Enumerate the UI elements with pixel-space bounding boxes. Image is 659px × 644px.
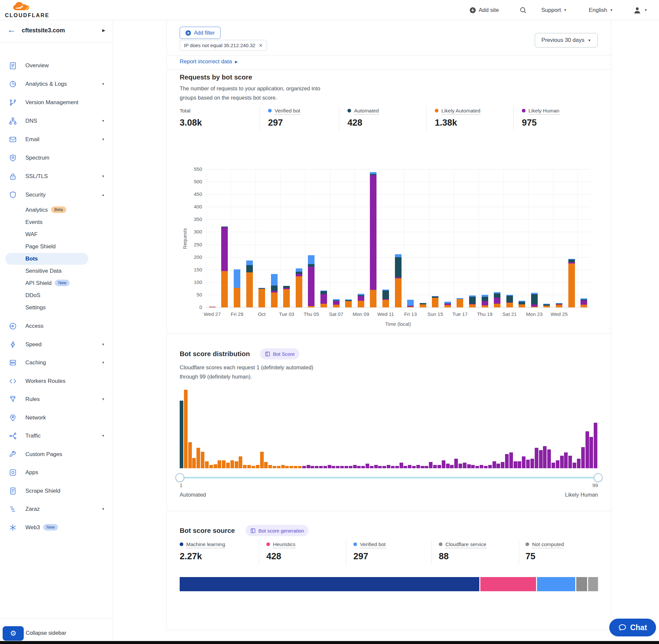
legend-dot-icon xyxy=(180,543,183,546)
stacked-bar-segment xyxy=(308,306,314,307)
sidebar-item-spectrum[interactable]: Spectrum xyxy=(0,152,113,164)
stacked-bar-segment xyxy=(507,302,513,303)
histogram-bar xyxy=(298,466,302,468)
histogram-bar xyxy=(425,466,428,468)
site-switcher-caret-icon[interactable]: ▶ xyxy=(102,28,105,33)
sidebar-item-settings[interactable]: Settings xyxy=(0,302,113,314)
sidebar-item-scrape-shield[interactable]: Scrape Shield xyxy=(0,485,113,497)
sidebar-item-analytics[interactable]: AnalyticsBeta xyxy=(0,204,113,216)
brand-wordmark[interactable]: CLOUDFLARE xyxy=(5,13,49,19)
chat-button[interactable]: Chat xyxy=(609,619,656,637)
stacked-bar-segment xyxy=(456,298,463,299)
sidebar-item-custom-pages[interactable]: Custom Pages xyxy=(0,448,113,460)
sidebar-item-rules[interactable]: Rules▼ xyxy=(0,393,113,405)
gridline xyxy=(206,169,590,169)
histogram-bar xyxy=(446,464,450,468)
filter-chip[interactable]: IP does not equal 35.212.240.32 ✕ xyxy=(180,40,267,51)
close-icon[interactable]: ✕ xyxy=(259,43,263,48)
distribution-desc-line2: through 99 (definitely human). xyxy=(180,374,252,380)
support-menu[interactable]: Support ▼ xyxy=(541,0,567,20)
score-slider-handle-min[interactable] xyxy=(175,473,184,482)
language-label: English xyxy=(589,7,607,14)
stacked-bar-segment xyxy=(543,306,550,307)
sidebar-item-dns[interactable]: DNS▼ xyxy=(0,115,113,127)
stacked-bar-segment xyxy=(581,298,587,300)
sidebar-item-ddos[interactable]: DDoS xyxy=(0,290,113,301)
chevron-down-icon: ▼ xyxy=(101,507,105,511)
stacked-bar-segment xyxy=(358,301,364,307)
score-slider-track[interactable] xyxy=(180,477,598,479)
sidebar-item-speed[interactable]: Speed▼ xyxy=(0,339,113,350)
sidebar-item-label: Security xyxy=(25,191,46,198)
stacked-bar-segment xyxy=(420,303,426,304)
sidebar-item-analytics-logs[interactable]: Analytics & Logs▼ xyxy=(0,78,113,90)
histogram-bar xyxy=(412,466,416,468)
stacked-bar-segment xyxy=(358,294,364,295)
cloudflare-logo-icon[interactable] xyxy=(12,1,36,14)
histogram-bar xyxy=(349,466,352,468)
language-menu[interactable]: English ▼ xyxy=(589,0,613,20)
sidebar-item-sensitive-data[interactable]: Sensitive Data xyxy=(0,265,113,277)
sidebar-item-apps[interactable]: Apps xyxy=(0,466,113,479)
histogram-bar xyxy=(577,459,581,468)
histogram-bar xyxy=(205,461,209,468)
bot-score-generation-badge[interactable]: Bot score generation xyxy=(245,525,309,536)
stacked-bar-segment xyxy=(407,306,414,307)
histogram-bar xyxy=(302,466,306,468)
stacked-bar-segment xyxy=(370,172,376,174)
stacked-bar-segment xyxy=(395,278,402,307)
sidebar-item-zaraz[interactable]: Zaraz▼ xyxy=(0,503,113,515)
sidebar-item-caching[interactable]: Caching▼ xyxy=(0,357,113,369)
sidebar-item-label: Scrape Shield xyxy=(25,488,60,494)
account-menu[interactable]: ▼ xyxy=(633,0,648,20)
sidebar-item-version-management[interactable]: Version Management xyxy=(0,97,113,109)
db-icon xyxy=(9,359,17,367)
preferences-gear-button[interactable]: ⚙ xyxy=(3,626,24,641)
stacked-bar-segment xyxy=(296,274,302,276)
collapse-sidebar-button[interactable]: Collapse sidebar xyxy=(26,630,66,636)
bot-score-badge[interactable]: Bot Score xyxy=(260,348,299,360)
sidebar-item-label: Page Shield xyxy=(25,243,56,250)
report-incorrect-data-link[interactable]: Report incorrect data ▶ xyxy=(180,59,238,65)
histogram-bar xyxy=(408,465,411,468)
stacked-bar-segment xyxy=(444,303,451,304)
histogram-bar xyxy=(526,460,530,468)
sidebar-item-label: Workers Routes xyxy=(25,378,66,385)
requests-card-desc-line2: groups based on the requests bot score. xyxy=(180,95,277,101)
divider xyxy=(166,511,611,511)
sidebar-item-security[interactable]: Security▲ xyxy=(0,189,113,201)
add-site-button[interactable]: Add site xyxy=(469,0,499,20)
histogram-bar xyxy=(310,466,314,468)
chat-label: Chat xyxy=(630,623,647,632)
sidebar-item-workers-routes[interactable]: Workers Routes xyxy=(0,375,113,387)
x-tick-label: Wed 25 xyxy=(544,311,574,317)
sidebar-item-overview[interactable]: Overview xyxy=(0,60,113,72)
sidebar-item-access[interactable]: Access xyxy=(0,320,113,332)
sidebar-item-network[interactable]: Network xyxy=(0,412,113,424)
histogram-bar xyxy=(243,465,246,468)
add-filter-button[interactable]: Add filter xyxy=(180,27,220,39)
sidebar-item-label: SSL/TLS xyxy=(25,173,48,180)
sidebar-item-traffic[interactable]: Traffic▼ xyxy=(0,430,113,442)
code-icon xyxy=(9,377,17,385)
score-slider-handle-max[interactable] xyxy=(594,473,603,482)
sidebar-item-waf[interactable]: WAF xyxy=(0,229,113,240)
stat-divider xyxy=(431,540,432,565)
sidebar-item-web3[interactable]: Web3New xyxy=(0,522,113,533)
sidebar-item-api-shield[interactable]: API ShieldNew xyxy=(0,277,113,289)
date-range-dropdown[interactable]: Previous 30 days ▼ xyxy=(535,33,598,47)
site-name[interactable]: cftestsite3.com xyxy=(22,27,65,34)
back-arrow-icon[interactable]: ← xyxy=(7,25,16,35)
sidebar-item-bots[interactable]: Bots xyxy=(0,253,113,265)
search-icon[interactable] xyxy=(520,0,527,20)
sidebar-item-events[interactable]: Events xyxy=(0,216,113,228)
histogram-bar xyxy=(403,466,407,468)
stacked-bar-segment xyxy=(469,304,476,304)
histogram-bar xyxy=(378,466,382,468)
histogram-bar xyxy=(531,459,534,468)
sidebar-item-page-shield[interactable]: Page Shield xyxy=(0,241,113,253)
bot-score-generation-badge-label: Bot score generation xyxy=(258,528,304,533)
sidebar-item-email[interactable]: Email▼ xyxy=(0,134,113,145)
sidebar-item-ssl-tls[interactable]: SSL/TLS▼ xyxy=(0,170,113,182)
stacked-bar-segment xyxy=(395,257,402,277)
